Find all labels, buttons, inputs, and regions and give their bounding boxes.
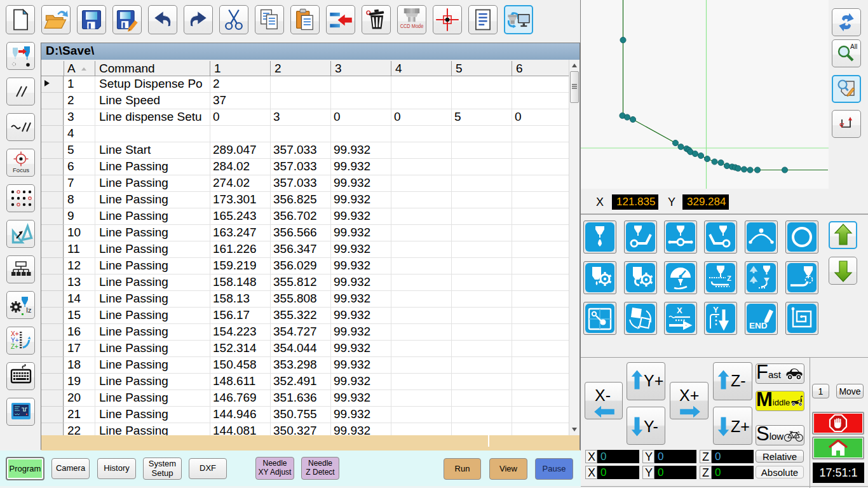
svg-text:Y: Y bbox=[713, 305, 719, 315]
svg-text:Iz: Iz bbox=[26, 306, 32, 314]
svg-text:Focus: Focus bbox=[13, 166, 29, 173]
svg-text:CCD Mode: CCD Mode bbox=[400, 23, 424, 29]
svg-text:Z+: Z+ bbox=[11, 343, 18, 350]
svg-text:Z: Z bbox=[727, 274, 731, 282]
svg-text:All: All bbox=[850, 43, 857, 50]
svg-text:X: X bbox=[677, 306, 682, 315]
